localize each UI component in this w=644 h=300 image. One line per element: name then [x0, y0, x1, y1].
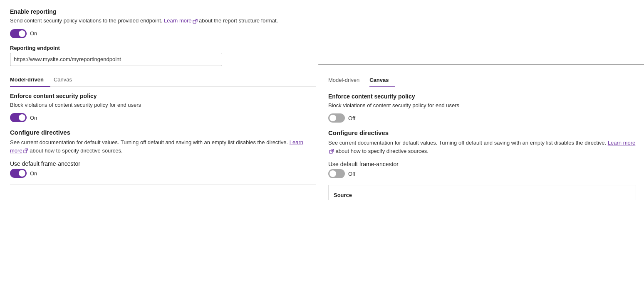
left-frame-toggle[interactable]: [10, 169, 27, 178]
right-configure-directives-title: Configure directives: [328, 129, 636, 136]
left-panel: Model-driven Canvas Enforce content secu…: [10, 73, 326, 192]
left-configure-directives-desc: See current documentation for default va…: [10, 138, 316, 155]
main-layout: Model-driven Canvas Enforce content secu…: [10, 73, 634, 192]
right-enforce-csp-title: Enforce content security policy: [328, 93, 636, 100]
tab-canvas-left[interactable]: Canvas: [54, 73, 79, 87]
toggle-knob: [329, 115, 336, 121]
right-enforce-csp-toggle-label: Off: [348, 115, 355, 121]
left-tabs: Model-driven Canvas: [10, 73, 316, 87]
right-enforce-toggle-row: Off: [328, 113, 636, 123]
right-enforce-csp-desc: Block violations of content security pol…: [328, 101, 636, 110]
right-frame-toggle-label: Off: [348, 171, 355, 177]
enable-reporting-toggle-label: On: [30, 30, 37, 37]
toggle-knob: [19, 170, 25, 177]
left-enforce-csp-title: Enforce content security policy: [10, 93, 316, 99]
desc-before: Send content security policy violations …: [10, 17, 164, 24]
tab-canvas-right[interactable]: Canvas: [369, 74, 395, 87]
left-enforce-toggle-row: On: [10, 113, 316, 122]
left-divider: [10, 184, 316, 185]
right-use-default-frame-title: Use default frame-ancestor: [328, 161, 636, 167]
right-config-desc-after: about how to specify directive sources.: [334, 148, 429, 154]
toggle-knob: [329, 170, 336, 177]
left-configure-directives-title: Configure directives: [10, 129, 316, 136]
right-config-learn-more-link[interactable]: Learn more: [608, 140, 635, 146]
tab-model-driven-right[interactable]: Model-driven: [328, 74, 366, 87]
toggle-knob: [19, 114, 25, 121]
enable-reporting-learn-more-link[interactable]: Learn more: [164, 17, 191, 24]
enable-reporting-desc: Send content security policy violations …: [10, 17, 634, 25]
left-frame-toggle-label: On: [30, 170, 37, 177]
left-enforce-csp-toggle-label: On: [30, 115, 37, 121]
right-configure-directives-desc: See current documentation for default va…: [328, 139, 636, 155]
left-frame-toggle-row: On: [10, 169, 316, 178]
left-use-default-frame-title: Use default frame-ancestor: [10, 160, 316, 167]
external-link-icon-3: [329, 149, 334, 154]
enable-reporting-toggle-row: On: [10, 29, 634, 38]
left-enforce-csp-desc: Block violations of content security pol…: [10, 101, 316, 109]
enable-reporting-toggle[interactable]: [10, 29, 27, 38]
toggle-knob: [19, 30, 25, 37]
reporting-endpoint-label: Reporting endpoint: [10, 45, 634, 51]
source-section: Source + Add: [328, 185, 636, 200]
enable-reporting-title: Enable reporting: [10, 8, 634, 15]
right-frame-toggle[interactable]: [328, 169, 345, 178]
external-link-icon: [193, 19, 198, 24]
tab-model-driven-left[interactable]: Model-driven: [10, 73, 50, 87]
left-config-desc-before: See current documentation for default va…: [10, 139, 290, 145]
desc-after: about the report structure format.: [198, 17, 278, 24]
right-tabs: Model-driven Canvas: [328, 73, 636, 87]
right-enforce-csp-toggle[interactable]: [328, 113, 345, 123]
right-config-desc-before: See current documentation for default va…: [328, 140, 608, 146]
right-card: Model-driven Canvas Enforce content secu…: [318, 64, 644, 200]
external-link-icon-2: [23, 148, 28, 153]
right-frame-toggle-row: Off: [328, 169, 636, 178]
left-enforce-csp-toggle[interactable]: [10, 113, 27, 122]
enable-reporting-section: Enable reporting Send content security p…: [10, 8, 634, 73]
reporting-endpoint-input[interactable]: [10, 53, 222, 66]
source-label: Source: [334, 192, 631, 198]
left-config-desc-after: about how to specify directive sources.: [28, 148, 123, 154]
